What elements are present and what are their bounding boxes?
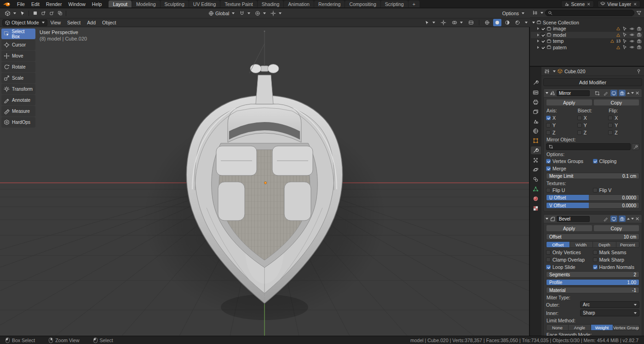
flip-v-checkbox[interactable]: Flip V: [593, 187, 640, 193]
mirror-object-field[interactable]: [546, 143, 631, 150]
shading-rendered[interactable]: [513, 19, 522, 26]
copy-button[interactable]: Copy: [593, 225, 640, 232]
merge-checkbox[interactable]: Merge: [546, 165, 593, 171]
tool-select-box[interactable]: Select Box: [1, 29, 35, 39]
mode-dropdown[interactable]: Object Mode: [2, 19, 47, 26]
properties-editor-icon[interactable]: [544, 69, 550, 74]
pin-icon[interactable]: [636, 69, 641, 74]
expand-icon[interactable]: [546, 218, 548, 220]
move-up-icon[interactable]: [627, 92, 630, 94]
limit-weight[interactable]: Weight: [591, 325, 613, 330]
menu-select[interactable]: Select: [64, 18, 84, 27]
limit-none[interactable]: None: [546, 325, 569, 330]
mirror-panel-header[interactable]: Mirror: [544, 89, 642, 98]
menu-add[interactable]: Add: [84, 18, 99, 27]
tool-measure[interactable]: Measure: [1, 106, 35, 117]
merge-limit-slider[interactable]: Merge Limit 0.1 cm: [546, 173, 639, 179]
tab-particles[interactable]: [531, 156, 541, 164]
modifier-name-field[interactable]: Mirror: [557, 90, 590, 96]
outliner-editor-type-button[interactable]: [532, 10, 543, 16]
width-method-percent[interactable]: Percent: [616, 242, 639, 247]
selectable-icon[interactable]: [622, 39, 627, 44]
mark-sharp-checkbox[interactable]: Mark Sharp: [593, 257, 640, 262]
eyedropper-icon[interactable]: [632, 143, 639, 150]
edit-mode-cage-toggle-icon[interactable]: [594, 90, 601, 96]
loop-slide-checkbox[interactable]: Loop Slide: [546, 264, 593, 270]
tab-render[interactable]: [531, 88, 541, 96]
mark-seams-checkbox[interactable]: Mark Seams: [593, 249, 640, 255]
tab-modeling[interactable]: Modeling: [132, 0, 160, 7]
render-camera-icon[interactable]: [637, 39, 642, 44]
collection-checkbox[interactable]: [540, 33, 545, 37]
add-modifier-button[interactable]: Add Modifier: [543, 78, 642, 86]
view-layer-unlink-icon[interactable]: [633, 2, 637, 6]
selectable-icon[interactable]: [622, 32, 627, 37]
tool-hardops[interactable]: HardOps: [1, 117, 35, 128]
miter-inner-dropdown[interactable]: Sharp: [580, 309, 639, 316]
segments-field[interactable]: Segments 2: [546, 271, 639, 278]
width-method-depth[interactable]: Depth: [593, 242, 616, 247]
render-camera-icon[interactable]: [637, 45, 642, 50]
menu-help[interactable]: Help: [89, 0, 105, 8]
tab-uv-editing[interactable]: UV Editing: [189, 0, 220, 7]
tab-texture[interactable]: [531, 204, 541, 212]
tab-world[interactable]: [531, 127, 541, 135]
u-offset-slider[interactable]: U Offset 0.0000: [546, 194, 639, 201]
select-mode-intersect-icon[interactable]: [56, 10, 64, 17]
bevel-offset-slider[interactable]: Offset 10 cm: [546, 233, 639, 240]
move-down-icon[interactable]: [631, 92, 634, 94]
width-method-offset[interactable]: Offset: [546, 242, 570, 247]
tab-output[interactable]: [531, 98, 541, 106]
render-display-toggle-icon[interactable]: [619, 90, 626, 96]
tab-physics[interactable]: [531, 166, 541, 174]
apply-button[interactable]: Apply: [546, 225, 592, 232]
options-dropdown[interactable]: Options: [500, 10, 527, 17]
outliner-row-model[interactable]: model: [531, 32, 643, 38]
outliner-row-image[interactable]: image: [531, 26, 643, 32]
tab-scripting[interactable]: Scripting: [381, 0, 408, 7]
tab-animation[interactable]: Animation: [284, 0, 314, 7]
hide-eye-icon[interactable]: [629, 45, 635, 50]
filter-icon[interactable]: [636, 10, 642, 16]
collection-checkbox[interactable]: [540, 39, 545, 43]
scene-selector[interactable]: Scene: [561, 0, 594, 7]
snap-toggle[interactable]: [237, 10, 253, 17]
shading-dropdown-icon[interactable]: [525, 22, 528, 23]
tool-cursor[interactable]: Cursor: [1, 40, 35, 50]
tool-move[interactable]: Move: [1, 51, 35, 61]
move-up-icon[interactable]: [627, 218, 630, 220]
bisect-y-checkbox[interactable]: Y: [577, 122, 609, 128]
viewport-canvas[interactable]: User Perspective (8) model | Cube.020 Se…: [0, 27, 530, 336]
scene-unlink-icon[interactable]: [587, 2, 591, 6]
bevel-panel-header[interactable]: Bevel: [544, 215, 642, 223]
hide-eye-icon[interactable]: [629, 26, 635, 31]
axis-y-checkbox[interactable]: Y: [546, 122, 577, 128]
outliner-row-scene-collection[interactable]: Scene Collection: [531, 19, 643, 26]
render-camera-icon[interactable]: [637, 32, 642, 37]
tab-tool[interactable]: [531, 79, 541, 87]
render-camera-icon[interactable]: [637, 26, 642, 31]
copy-button[interactable]: Copy: [593, 99, 640, 106]
active-tool-icon[interactable]: [18, 10, 27, 17]
outliner-search-input[interactable]: [545, 10, 634, 16]
v-offset-slider[interactable]: V Offset 0.0000: [546, 202, 639, 209]
add-workspace-button[interactable]: +: [408, 0, 420, 7]
flip-u-checkbox[interactable]: Flip U: [546, 187, 593, 193]
menu-object[interactable]: Object: [99, 18, 119, 27]
close-icon[interactable]: [635, 216, 640, 221]
selectability-dropdown[interactable]: [422, 20, 437, 26]
overlays-toggle[interactable]: [449, 19, 465, 26]
select-mode-extend-icon[interactable]: [39, 10, 47, 17]
profile-slider[interactable]: Profile 1.00: [546, 279, 639, 286]
close-icon[interactable]: [635, 91, 640, 95]
menu-view[interactable]: View: [47, 18, 64, 27]
harden-normals-checkbox[interactable]: Harden Normals: [593, 264, 640, 270]
outliner-row-temp[interactable]: temp 13: [531, 38, 643, 45]
outliner-row-patern[interactable]: patern: [531, 44, 643, 51]
material-field[interactable]: Material -1: [546, 287, 639, 293]
transform-pivot-dropdown[interactable]: [268, 10, 284, 17]
transform-orientation-dropdown[interactable]: Global: [206, 10, 237, 17]
tab-object[interactable]: [531, 137, 541, 145]
bisect-z-checkbox[interactable]: Z: [577, 129, 609, 135]
xray-toggle[interactable]: [467, 19, 475, 26]
